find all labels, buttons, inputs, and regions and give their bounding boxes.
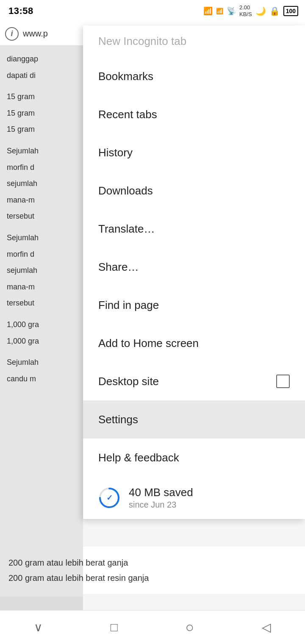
signal-icon-1: 📶	[203, 6, 213, 16]
datasaver-main-text: 40 MB saved	[129, 486, 193, 499]
nav-down-button[interactable]: ∨	[25, 616, 51, 638]
lock-icon: 🔒	[269, 6, 280, 16]
wifi-icon: 📡	[227, 6, 236, 16]
menu-item-datasaver[interactable]: ✓ 40 MB saved since Jun 23	[83, 477, 305, 519]
overlay	[0, 46, 83, 610]
status-bar: 13:58 📶 📶 📡 2.00KB/S 🌙 🔒 100	[0, 0, 305, 22]
svg-text:✓: ✓	[106, 494, 113, 502]
moon-icon: 🌙	[255, 6, 266, 16]
menu-item-settings[interactable]: Settings	[83, 400, 305, 439]
menu-item-bookmarks[interactable]: Bookmarks	[83, 57, 305, 95]
signal-icon-2: 📶	[216, 8, 223, 14]
nav-back-button[interactable]: ◁	[253, 616, 280, 638]
navigation-bar: ∨ □ ○ ◁	[0, 610, 305, 644]
menu-item-find-in-page[interactable]: Find in page	[83, 286, 305, 324]
datasaver-text: 40 MB saved since Jun 23	[129, 486, 193, 510]
nav-home-button[interactable]: ○	[177, 615, 203, 640]
datasaver-icon: ✓	[98, 487, 120, 509]
site-info-icon[interactable]: i	[5, 27, 19, 41]
menu-item-desktop-site[interactable]: Desktop site	[83, 362, 305, 400]
desktop-site-checkbox[interactable]	[276, 375, 290, 388]
dropdown-menu: New Incognito tab Bookmarks Recent tabs …	[83, 25, 305, 519]
menu-item-share[interactable]: Share…	[83, 248, 305, 286]
status-icons: 📶 📶 📡 2.00KB/S 🌙 🔒 100	[203, 4, 298, 17]
data-speed: 2.00KB/S	[239, 4, 252, 17]
menu-item-incognito[interactable]: New Incognito tab	[83, 25, 305, 57]
status-time: 13:58	[8, 6, 33, 17]
menu-item-add-to-home[interactable]: Add to Home screen	[83, 324, 305, 362]
nav-recent-apps-button[interactable]: □	[102, 616, 126, 638]
menu-item-history[interactable]: History	[83, 133, 305, 172]
menu-item-translate[interactable]: Translate…	[83, 210, 305, 248]
battery-indicator: 100	[283, 6, 298, 16]
datasaver-sub-text: since Jun 23	[129, 500, 193, 510]
menu-item-downloads[interactable]: Downloads	[83, 172, 305, 210]
menu-item-recent-tabs[interactable]: Recent tabs	[83, 95, 305, 133]
menu-item-help-feedback[interactable]: Help & feedback	[83, 439, 305, 477]
